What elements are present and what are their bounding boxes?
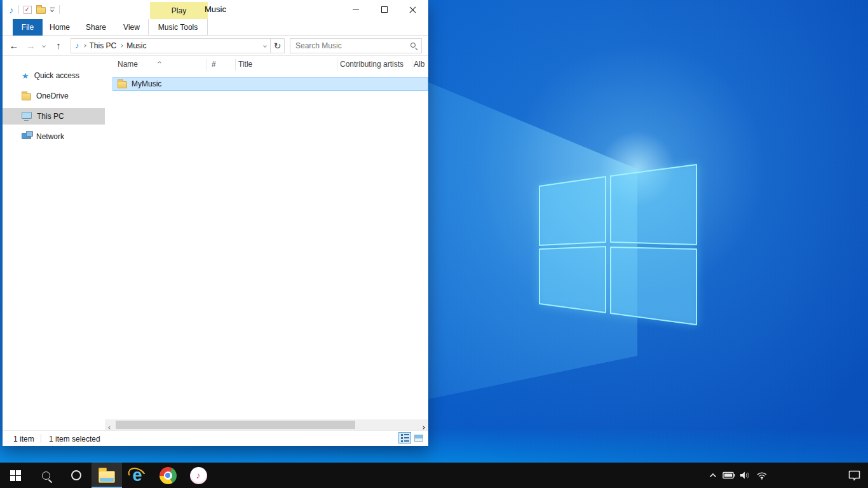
horizontal-scrollbar[interactable] [105, 419, 428, 430]
taskbar-chrome-button[interactable] [153, 463, 183, 488]
toolbar-separator [59, 5, 60, 14]
item-count: 1 item [13, 435, 34, 444]
forward-icon: → [26, 41, 36, 50]
column-divider[interactable] [337, 58, 337, 71]
address-bar[interactable]: ♪ This PC Music [71, 38, 271, 53]
details-view-button[interactable] [398, 432, 411, 444]
scrollbar-thumb[interactable] [116, 421, 355, 429]
sidebar-item-onedrive[interactable]: OneDrive [3, 88, 105, 104]
thumbnail-view-icon [414, 435, 423, 442]
refresh-icon: ↻ [274, 41, 281, 51]
column-header-number[interactable]: # [212, 60, 216, 69]
back-icon: ← [10, 41, 19, 50]
sidebar-item-label: Network [36, 132, 64, 141]
column-header-title[interactable]: Title [238, 60, 252, 69]
sidebar-item-label: This PC [37, 112, 64, 121]
maximize-button[interactable] [370, 0, 398, 19]
column-divider[interactable] [207, 58, 207, 71]
start-button[interactable] [0, 463, 31, 488]
refresh-button[interactable]: ↻ [271, 38, 285, 53]
desktop: ♪ ✓ Play Music File H [0, 0, 868, 488]
network-icon [22, 133, 31, 139]
customize-toolbar-button[interactable] [50, 8, 55, 12]
selection-count: 1 item selected [49, 435, 100, 444]
window-title: Music [205, 4, 226, 14]
column-header-name[interactable]: Name [118, 60, 138, 69]
taskbar-file-explorer-button[interactable] [92, 463, 122, 488]
ribbon-tab-row: File Home Share View Music Tools ? [3, 19, 428, 36]
tab-share[interactable]: Share [83, 19, 109, 36]
scroll-right-icon[interactable] [422, 422, 424, 431]
chrome-icon [159, 467, 177, 484]
file-row-mymusic[interactable]: MyMusic [112, 77, 428, 91]
close-icon [409, 6, 416, 13]
quick-access-toolbar: ♪ ✓ [9, 0, 60, 19]
scroll-left-icon[interactable] [109, 422, 111, 431]
file-name: MyMusic [132, 79, 161, 88]
search-input[interactable] [295, 41, 406, 50]
sort-ascending-icon [158, 57, 161, 66]
back-button[interactable]: ← [4, 38, 24, 53]
check-glyph: ✓ [25, 6, 30, 13]
taskbar: e ♪ [0, 463, 868, 488]
play-tab-label: Play [172, 6, 186, 15]
minimize-button[interactable] [341, 0, 370, 19]
breadcrumb-chevron-icon[interactable] [119, 44, 123, 48]
column-divider[interactable] [412, 58, 412, 71]
speaker-icon [740, 471, 751, 480]
taskbar-itunes-button[interactable]: ♪ [183, 463, 214, 488]
properties-icon[interactable]: ✓ [24, 6, 32, 14]
internet-explorer-icon: e [128, 466, 147, 485]
close-button[interactable] [398, 0, 427, 19]
status-separator [41, 434, 41, 443]
navigation-pane: ★ Quick access OneDrive This PC Network [3, 56, 105, 430]
battery-status-button[interactable] [721, 463, 737, 488]
forward-button[interactable]: → [24, 38, 37, 53]
breadcrumb-chevron-icon[interactable] [83, 44, 86, 48]
this-pc-monitor-icon [22, 112, 32, 119]
taskbar-search-button[interactable] [31, 463, 61, 488]
new-folder-icon[interactable] [36, 7, 46, 14]
ie-orbit-ring [126, 465, 148, 484]
cortana-button[interactable] [61, 463, 92, 488]
volume-button[interactable] [737, 463, 754, 488]
folder-icon [118, 81, 127, 88]
address-dropdown-chevron-icon[interactable] [263, 44, 267, 48]
breadcrumb-music[interactable]: Music [126, 41, 146, 50]
recent-locations-button[interactable] [37, 38, 50, 53]
itunes-note-glyph: ♪ [196, 471, 201, 480]
toolbar-separator [18, 5, 19, 14]
file-list: Name # Title Contributing artists Alb My… [105, 56, 428, 419]
maximize-icon [381, 6, 388, 13]
onedrive-folder-icon [22, 93, 31, 100]
action-center-button[interactable] [840, 463, 868, 488]
tab-file[interactable]: File [13, 19, 43, 36]
minimize-icon [353, 10, 359, 10]
contextual-tab-play[interactable]: Play [150, 2, 208, 19]
hidden-icons-button[interactable] [705, 463, 721, 488]
sidebar-item-quick-access[interactable]: ★ Quick access [3, 67, 105, 84]
column-divider[interactable] [235, 58, 236, 71]
chevron-up-icon [709, 473, 717, 478]
tab-music-tools[interactable]: Music Tools [148, 19, 208, 36]
network-button[interactable] [754, 463, 770, 488]
column-header-contributing-artists[interactable]: Contributing artists [340, 60, 403, 69]
search-icon[interactable] [410, 43, 416, 48]
breadcrumb-this-pc[interactable]: This PC [90, 41, 117, 50]
large-icons-view-button[interactable] [412, 432, 425, 444]
taskbar-internet-explorer-button[interactable]: e [122, 463, 153, 488]
file-explorer-window: ♪ ✓ Play Music File H [3, 0, 428, 446]
itunes-icon: ♪ [190, 467, 207, 484]
sidebar-item-this-pc[interactable]: This PC [3, 108, 105, 125]
up-button[interactable]: ↑ [50, 38, 67, 53]
tab-view[interactable]: View [119, 19, 144, 36]
tab-home[interactable]: Home [47, 19, 72, 36]
file-explorer-icon [98, 471, 115, 483]
column-header-album[interactable]: Alb [414, 60, 424, 69]
sidebar-item-network[interactable]: Network [3, 128, 105, 145]
title-bar[interactable]: ♪ ✓ Play Music [3, 0, 428, 19]
sidebar-item-label: OneDrive [36, 92, 69, 100]
details-view-icon [401, 434, 409, 442]
notification-icon [848, 470, 860, 481]
up-icon: ↑ [56, 41, 61, 50]
